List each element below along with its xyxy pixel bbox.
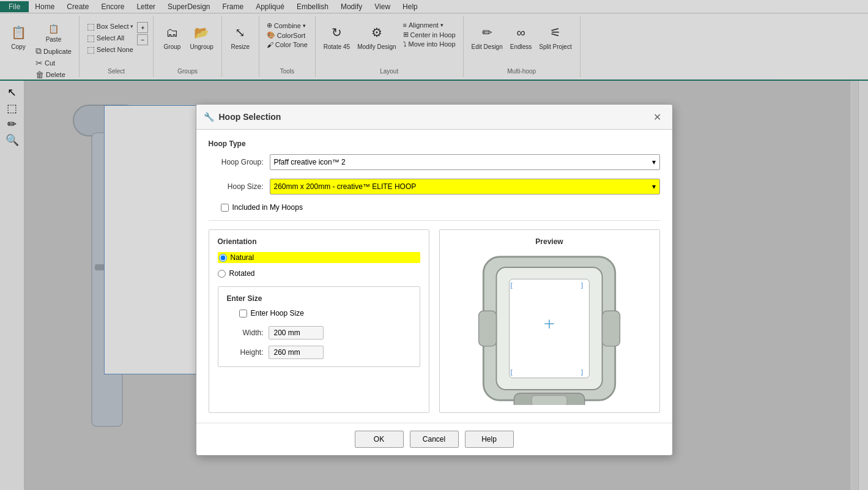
rotated-label[interactable]: Rotated — [229, 269, 255, 278]
included-checkbox[interactable] — [221, 204, 229, 212]
included-label[interactable]: Included in My Hoops — [232, 203, 303, 212]
modal-overlay: 🔧 Hoop Selection ✕ Hoop Type Hoop Group:… — [0, 0, 868, 490]
hoop-group-chevron: ▾ — [652, 158, 656, 166]
section-divider — [209, 220, 660, 221]
svg-rect-12 — [479, 311, 497, 346]
orientation-enter-col: Orientation Natural Rotated Enter — [209, 229, 429, 413]
hoop-selection-dialog: 🔧 Hoop Selection ✕ Hoop Type Hoop Group:… — [196, 104, 673, 456]
preview-title: Preview — [535, 237, 563, 246]
size-fields: Width: Height: — [227, 326, 411, 359]
cancel-button[interactable]: Cancel — [410, 431, 459, 448]
enter-size-section: Enter Size Enter Hoop Size Width: Heig — [218, 286, 420, 367]
rotated-radio[interactable] — [218, 270, 226, 278]
natural-label[interactable]: Natural — [231, 253, 254, 262]
included-checkbox-row: Included in My Hoops — [221, 203, 660, 212]
dialog-close-button[interactable]: ✕ — [650, 110, 665, 124]
orientation-title: Orientation — [218, 237, 420, 246]
hoop-preview-svg: [ ] [ ] — [476, 252, 623, 405]
width-row: Width: — [227, 326, 411, 340]
hoop-size-row: Hoop Size: 260mm x 200mm - creative™ ELI… — [209, 179, 660, 195]
two-col-section: Orientation Natural Rotated Enter — [209, 229, 660, 413]
enter-hoop-size-label[interactable]: Enter Hoop Size — [251, 309, 304, 317]
hoop-group-label: Hoop Group: — [209, 158, 264, 166]
hoop-size-select[interactable]: 260mm x 200mm - creative™ ELITE HOOP ▾ — [270, 179, 660, 195]
rotated-radio-row: Rotated — [218, 269, 420, 278]
height-row: Height: — [227, 346, 411, 359]
enter-hoop-size-checkbox[interactable] — [239, 310, 247, 317]
svg-rect-13 — [603, 311, 620, 346]
height-input[interactable] — [269, 346, 324, 359]
svg-text:]: ] — [581, 281, 583, 289]
height-label: Height: — [227, 348, 264, 357]
orientation-radio-group: Natural Rotated — [218, 252, 420, 278]
hoop-group-select[interactable]: Pfaff creative icon™ 2 ▾ — [270, 154, 660, 170]
dialog-body: Hoop Type Hoop Group: Pfaff creative ico… — [196, 130, 672, 423]
enter-hoop-size-row: Enter Hoop Size — [239, 309, 411, 317]
dialog-footer: OK Cancel Help — [196, 423, 672, 455]
dialog-title-bar: 🔧 Hoop Selection ✕ — [196, 105, 672, 130]
hoop-size-label: Hoop Size: — [209, 182, 264, 191]
width-input[interactable] — [269, 326, 324, 340]
natural-radio[interactable] — [219, 254, 227, 262]
svg-rect-15 — [532, 396, 567, 405]
svg-text:]: ] — [581, 368, 583, 376]
hoop-size-chevron: ▾ — [652, 182, 656, 191]
hoop-type-title: Hoop Type — [209, 139, 660, 148]
help-button[interactable]: Help — [465, 431, 514, 448]
dialog-title: 🔧 Hoop Selection — [204, 112, 281, 122]
width-label: Width: — [227, 329, 264, 337]
ok-button[interactable]: OK — [355, 431, 404, 448]
natural-radio-row: Natural — [218, 252, 420, 263]
dialog-title-icon: 🔧 — [204, 112, 214, 122]
hoop-group-row: Hoop Group: Pfaff creative icon™ 2 ▾ — [209, 154, 660, 170]
preview-col: Preview [ ] [ ] — [439, 229, 660, 413]
enter-size-title: Enter Size — [227, 294, 411, 303]
